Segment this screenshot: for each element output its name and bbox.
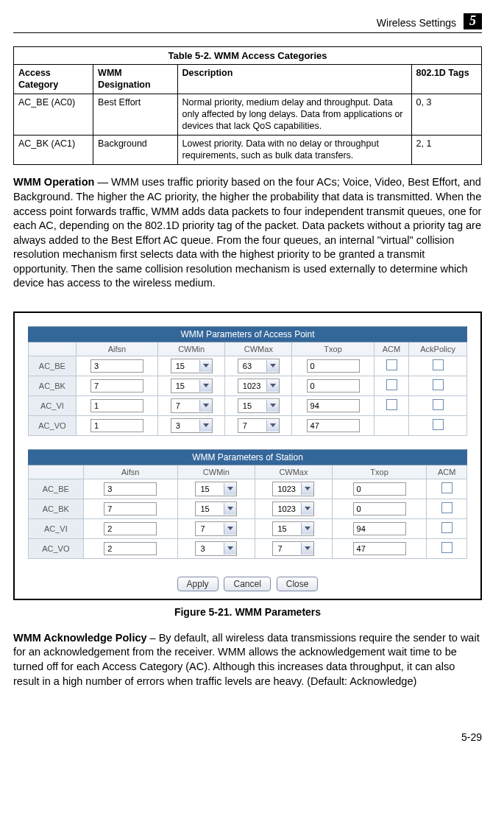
cwmax-select[interactable]: 7 bbox=[238, 418, 280, 433]
section-title: Wireless Settings bbox=[377, 17, 456, 29]
cwmin-select[interactable]: 15 bbox=[171, 359, 213, 373]
chevron-down-icon bbox=[224, 483, 236, 495]
txop-input[interactable]: 94 bbox=[307, 399, 360, 412]
apply-button[interactable]: Apply bbox=[177, 577, 219, 591]
aifsn-input[interactable]: 7 bbox=[104, 502, 157, 515]
txop-input[interactable]: 0 bbox=[307, 379, 360, 393]
svg-marker-14 bbox=[227, 546, 233, 550]
close-button[interactable]: Close bbox=[277, 577, 319, 591]
cell-tags: 2, 1 bbox=[411, 136, 481, 165]
ackpolicy-checkbox[interactable] bbox=[433, 379, 444, 390]
col-header: Description bbox=[177, 65, 411, 94]
cwmin-select[interactable]: 15 bbox=[195, 482, 237, 496]
figure-caption: Figure 5-21. WMM Parameters bbox=[13, 606, 482, 618]
cwmax-select[interactable]: 63 bbox=[238, 359, 280, 373]
acm-checkbox[interactable] bbox=[441, 502, 452, 513]
aifsn-input[interactable]: 2 bbox=[104, 542, 157, 555]
paragraph-heading: WMM Acknowledge Policy bbox=[13, 632, 147, 644]
cwmin-select[interactable]: 3 bbox=[195, 541, 237, 556]
col-blank bbox=[29, 465, 84, 479]
aifsn-input[interactable]: 3 bbox=[90, 359, 143, 373]
txop-input[interactable]: 0 bbox=[307, 359, 360, 373]
chevron-down-icon bbox=[266, 360, 279, 372]
aifsn-input[interactable]: 7 bbox=[90, 379, 143, 393]
svg-marker-3 bbox=[270, 384, 276, 387]
cwmax-select[interactable]: 15 bbox=[272, 521, 314, 536]
button-row: Apply Cancel Close bbox=[28, 572, 467, 591]
acm-checkbox[interactable] bbox=[386, 399, 397, 410]
paragraph-text: — WMM uses traffic priority based on the… bbox=[13, 176, 481, 289]
row-label: AC_BK bbox=[29, 376, 77, 395]
col-txop: Txop bbox=[292, 342, 374, 356]
cell-description: Normal priority, medium delay and throug… bbox=[177, 94, 411, 136]
row-label: AC_BE bbox=[29, 356, 77, 376]
chevron-down-icon bbox=[224, 523, 236, 535]
chevron-down-icon bbox=[301, 543, 313, 555]
ackpolicy-checkbox[interactable] bbox=[433, 419, 444, 430]
acm-checkbox[interactable] bbox=[441, 482, 452, 493]
txop-input[interactable]: 47 bbox=[353, 542, 406, 555]
cell-description: Lowest priority. Data with no delay or t… bbox=[177, 136, 411, 165]
aifsn-input[interactable]: 1 bbox=[90, 399, 143, 412]
ap-header-row: Aifsn CWMin CWMax Txop ACM AckPolicy bbox=[29, 342, 467, 356]
svg-marker-10 bbox=[227, 507, 233, 510]
col-acm: ACM bbox=[374, 342, 409, 356]
aifsn-input[interactable]: 2 bbox=[104, 522, 157, 535]
svg-marker-8 bbox=[227, 487, 233, 490]
txop-input[interactable]: 0 bbox=[353, 502, 406, 515]
paragraph-wmm-ack-policy: WMM Acknowledge Policy – By default, all… bbox=[13, 631, 482, 689]
svg-marker-1 bbox=[270, 364, 276, 367]
cwmax-select[interactable]: 1023 bbox=[272, 502, 314, 516]
acm-checkbox[interactable] bbox=[386, 359, 397, 370]
paragraph-wmm-operation: WMM Operation — WMM uses traffic priorit… bbox=[13, 175, 482, 291]
chevron-down-icon bbox=[266, 400, 279, 412]
wmm-ap-table: WMM Parameters of Access Point Aifsn CWM… bbox=[28, 326, 467, 436]
txop-input[interactable]: 47 bbox=[307, 419, 360, 432]
acm-checkbox[interactable] bbox=[441, 542, 452, 553]
table-caption: Table 5-2. WMM Access Categories bbox=[13, 46, 482, 64]
chapter-number-badge: 5 bbox=[464, 13, 482, 29]
cell-tags: 0, 3 bbox=[411, 94, 481, 136]
cwmin-select[interactable]: 3 bbox=[171, 418, 213, 433]
svg-marker-6 bbox=[203, 423, 209, 427]
row-label: AC_BE bbox=[29, 479, 84, 499]
table-header-row: Access Category WMM Designation Descript… bbox=[14, 65, 482, 94]
cwmax-select[interactable]: 15 bbox=[238, 398, 280, 413]
chevron-down-icon bbox=[224, 543, 236, 555]
page-number: 5-29 bbox=[13, 709, 482, 743]
col-cwmax: CWMax bbox=[225, 342, 292, 356]
col-acm: ACM bbox=[427, 465, 467, 479]
cwmax-select[interactable]: 7 bbox=[272, 541, 314, 556]
ackpolicy-checkbox[interactable] bbox=[433, 359, 444, 370]
aifsn-input[interactable]: 1 bbox=[90, 419, 143, 432]
acm-checkbox[interactable] bbox=[386, 379, 397, 390]
aifsn-input[interactable]: 3 bbox=[104, 482, 157, 496]
col-cwmin: CWMin bbox=[158, 342, 225, 356]
wmm-station-table: WMM Parameters of Station Aifsn CWMin CW… bbox=[28, 449, 467, 559]
sta-row-acbk: AC_BK 7 15 1023 0 bbox=[29, 499, 467, 518]
acm-checkbox[interactable] bbox=[441, 522, 452, 533]
row-label: AC_VO bbox=[29, 538, 84, 558]
chevron-down-icon bbox=[199, 420, 212, 432]
cwmax-select[interactable]: 1023 bbox=[238, 379, 280, 393]
svg-marker-12 bbox=[227, 527, 233, 530]
txop-input[interactable]: 94 bbox=[353, 522, 406, 535]
chevron-down-icon bbox=[199, 380, 212, 392]
sta-header-row: Aifsn CWMin CWMax Txop ACM bbox=[29, 465, 467, 479]
chevron-down-icon bbox=[266, 380, 279, 392]
chevron-down-icon bbox=[266, 420, 279, 432]
cwmin-select[interactable]: 7 bbox=[195, 521, 237, 536]
cwmin-select[interactable]: 15 bbox=[171, 379, 213, 393]
paragraph-heading: WMM Operation bbox=[13, 176, 94, 188]
cwmin-select[interactable]: 15 bbox=[195, 502, 237, 516]
ap-row-acvo: AC_VO 1 3 7 47 bbox=[29, 415, 467, 435]
sta-table-title: WMM Parameters of Station bbox=[29, 449, 467, 465]
cwmax-select[interactable]: 1023 bbox=[272, 482, 314, 496]
chevron-down-icon bbox=[301, 483, 313, 495]
wmm-categories-table: Table 5-2. WMM Access Categories Access … bbox=[13, 46, 482, 165]
col-header: 802.1D Tags bbox=[411, 65, 481, 94]
txop-input[interactable]: 0 bbox=[353, 482, 406, 496]
ackpolicy-checkbox[interactable] bbox=[433, 399, 444, 410]
cwmin-select[interactable]: 7 bbox=[171, 398, 213, 413]
cancel-button[interactable]: Cancel bbox=[224, 577, 270, 591]
